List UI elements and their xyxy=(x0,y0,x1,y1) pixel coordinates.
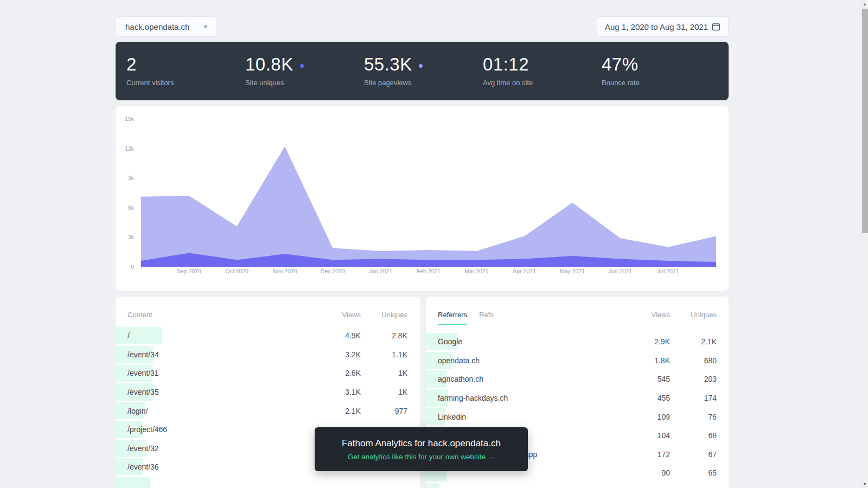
x-tick-label: Apr 2021 xyxy=(513,268,536,274)
stat-label: Current visitors xyxy=(126,79,245,87)
row-views-value: 2.6K xyxy=(317,369,361,377)
row-views-value: 3.1K xyxy=(317,388,361,396)
stat-site-pageviews: 55.3K Site pageviews xyxy=(364,55,483,100)
stat-avg-time: 01:12 Avg time on site xyxy=(483,55,602,100)
row-uniques-value: 1K xyxy=(361,388,407,396)
referrer-row-label: Google xyxy=(426,337,627,346)
row-highlight-bar-icon xyxy=(426,483,439,488)
row-uniques-value: 65 xyxy=(670,468,717,477)
scrollbar-down-icon[interactable]: ▼ xyxy=(861,480,868,488)
row-views-value: 2.9K xyxy=(627,337,670,346)
content-row-label: /event/34 xyxy=(116,350,317,359)
row-views-value: 104 xyxy=(627,431,670,440)
tab-refs[interactable]: Refs xyxy=(479,311,494,324)
uniques-column-header: Uniques xyxy=(361,311,407,319)
referrer-row[interactable]: agricathon.ch545203 xyxy=(426,370,729,389)
row-uniques-value: 977 xyxy=(361,407,407,415)
stat-label: Avg time on site xyxy=(483,79,602,87)
stat-value: 01:12 xyxy=(483,54,529,74)
referrer-row[interactable]: Linkedin10976 xyxy=(426,407,729,426)
content-row-label: /login/ xyxy=(116,407,317,415)
stat-label: Bounce rate xyxy=(602,79,720,87)
row-uniques-value: 2.8K xyxy=(361,331,407,340)
x-tick-label: Mar 2021 xyxy=(464,268,488,274)
content-row-label: /event/32 xyxy=(116,444,317,453)
scrollbar-up-icon[interactable]: ▲ xyxy=(861,0,868,8)
fathom-promo-banner: Fathom Analytics for hack.opendata.ch Ge… xyxy=(315,427,528,471)
date-range-button[interactable]: Aug 1, 2020 to Aug 31, 2021 xyxy=(597,16,729,37)
stat-value: 47% xyxy=(602,54,639,74)
x-tick-label: Jan 2021 xyxy=(369,268,392,274)
referrer-row[interactable]: Google2.9K2.1K xyxy=(426,332,729,351)
date-range-label: Aug 1, 2020 to Aug 31, 2021 xyxy=(605,22,708,31)
stat-label: Site pageviews xyxy=(364,79,483,87)
referrers-tabs: ReferrersRefs xyxy=(438,311,627,325)
y-tick-label: 15k xyxy=(119,115,134,122)
row-uniques-value: 1K xyxy=(361,369,407,377)
row-uniques-value: 76 xyxy=(670,413,717,421)
views-column-header: Views xyxy=(627,311,670,319)
traffic-chart-card: 15k12k9k6k3k0 Sep 2020Oct 2020Nov 2020De… xyxy=(116,106,729,291)
row-uniques-value: 2.1K xyxy=(670,337,717,346)
y-tick-label: 6k xyxy=(119,204,134,211)
row-uniques-value: 680 xyxy=(670,356,717,365)
referrer-row[interactable]: opendata.ch1.8K680 xyxy=(426,351,729,370)
x-tick-label: May 2021 xyxy=(560,268,585,274)
row-views-value: 90 xyxy=(627,468,670,477)
content-row[interactable]: /event/343.2K1.1K xyxy=(116,345,420,364)
content-row[interactable]: /event/353.1K1K xyxy=(116,383,420,402)
views-column-header: Views xyxy=(317,311,361,319)
content-row[interactable]: /4.9K2.8K xyxy=(116,326,420,345)
y-tick-label: 0 xyxy=(119,264,134,270)
stat-label: Site uniques xyxy=(245,79,364,87)
calendar-icon xyxy=(712,22,720,31)
row-highlight-bar-icon xyxy=(116,477,151,488)
row-uniques-value: 68 xyxy=(670,431,717,440)
referrer-row-label: farming-hackdays.ch xyxy=(426,394,627,402)
row-views-value: 172 xyxy=(627,450,670,459)
x-tick-label: Jun 2021 xyxy=(609,268,632,274)
content-row[interactable] xyxy=(116,477,420,488)
row-views-value: 2.1K xyxy=(317,407,361,415)
stat-current-visitors: 2 Current visitors xyxy=(126,55,245,100)
banner-promo-link[interactable]: Get analytics like this for your own web… xyxy=(348,453,495,461)
row-views-value: 1.8K xyxy=(627,356,670,365)
site-selector-button[interactable]: hack.opendata.ch xyxy=(116,16,217,37)
content-row-label: /event/35 xyxy=(116,388,317,396)
x-tick-label: Dec 2020 xyxy=(321,268,345,274)
traffic-area-chart xyxy=(141,119,716,267)
content-panel-header: Content Views Uniques xyxy=(116,297,420,326)
x-tick-label: Sep 2020 xyxy=(177,268,201,274)
pageviews-legend-dot-icon xyxy=(419,64,423,68)
content-row[interactable]: /login/2.1K977 xyxy=(116,401,420,420)
uniques-column-header: Uniques xyxy=(670,311,717,319)
row-views-value: 545 xyxy=(627,375,670,383)
tab-referrers[interactable]: Referrers xyxy=(438,311,467,325)
stat-site-uniques: 10.8K Site uniques xyxy=(245,55,364,100)
row-uniques-value: 67 xyxy=(670,450,717,459)
page-scrollbar[interactable]: ▲ ▼ xyxy=(861,0,868,488)
y-tick-label: 3k xyxy=(119,234,134,240)
x-tick-label: Oct 2020 xyxy=(225,268,248,274)
x-tick-label: Nov 2020 xyxy=(273,268,297,274)
content-row-label: / xyxy=(116,331,317,340)
row-uniques-value: 174 xyxy=(670,394,717,402)
referrer-row[interactable] xyxy=(426,483,729,488)
row-views-value: 4.9K xyxy=(317,331,361,340)
scrollbar-thumb[interactable] xyxy=(862,9,868,233)
referrer-row[interactable]: farming-hackdays.ch455174 xyxy=(426,389,729,408)
y-tick-label: 9k xyxy=(119,175,134,181)
row-views-value: 455 xyxy=(627,394,670,402)
content-row-label: /event/36 xyxy=(116,463,317,471)
site-status-dot-icon xyxy=(204,25,207,28)
content-row-label: /project/466 xyxy=(116,425,317,434)
banner-title: Fathom Analytics for hack.opendata.ch xyxy=(342,438,501,449)
content-row[interactable]: /event/312.6K1K xyxy=(116,364,420,383)
content-row-label: /event/31 xyxy=(116,369,317,377)
x-tick-label: Jul 2021 xyxy=(658,268,679,274)
referrer-row-label: Linkedin xyxy=(426,413,627,421)
y-tick-label: 12k xyxy=(119,145,134,152)
stat-value: 55.3K xyxy=(364,54,412,74)
stat-value: 10.8K xyxy=(245,54,293,74)
referrer-row-label: opendata.ch xyxy=(426,356,627,365)
